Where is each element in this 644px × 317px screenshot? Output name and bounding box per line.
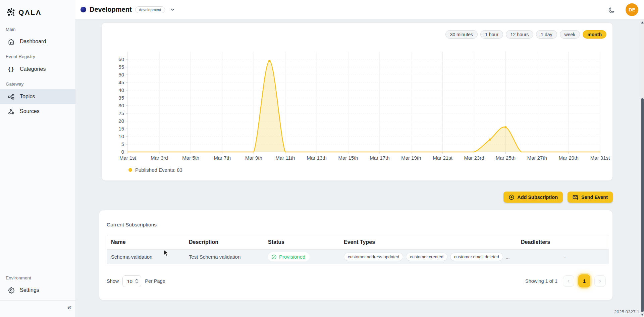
svg-text:Mar 11th: Mar 11th [275,155,295,161]
send-event-button[interactable]: Send Event [568,192,613,203]
knot-icon [8,108,14,115]
sidebar-item-categories[interactable]: { } Categories [0,62,75,76]
sidebar-item-settings[interactable]: Settings [0,283,75,298]
svg-text:0: 0 [121,149,124,155]
subscriptions-title: Current Subscriptions [107,222,157,228]
cell-name: Schema-validation [107,250,185,264]
svg-text:10: 10 [118,134,124,139]
column-header-event-types[interactable]: Event Types [340,235,521,250]
top-header: Development development DE [75,0,644,19]
svg-text:20: 20 [118,118,124,124]
pagination-next-button[interactable]: › [594,275,606,287]
chevron-down-icon[interactable] [170,7,175,12]
envelope-send-icon [573,194,579,200]
tree-structure-icon [8,93,14,100]
environment-title: Development [90,6,132,13]
table-row[interactable]: Schema-validation Test Schema validation… [107,250,609,264]
pagination-prev-button[interactable]: ‹ [563,275,574,287]
per-page-label: Per Page [145,278,165,284]
environment-switcher[interactable]: Development development [80,0,175,19]
sidebar-section-environment: Environment [6,275,31,280]
svg-text:Mar 1st: Mar 1st [119,155,137,161]
scrollbar-thumb[interactable] [641,98,644,312]
app-version: 2025.0327.1 [614,309,639,314]
per-page-control: Show 10 Per Page [107,275,165,287]
add-subscription-label: Add Subscription [517,195,558,200]
check-circle-icon [271,254,277,260]
cell-description: Test Schema validation [185,250,264,264]
svg-text:60: 60 [118,56,124,62]
chart-legend[interactable]: Published Events: 83 [128,167,182,173]
time-range-month[interactable]: month [583,30,606,39]
main-content: 30 minutes 1 hour 12 hours 1 day week mo… [75,19,640,317]
column-header-name[interactable]: Name [107,235,185,250]
published-events-chart[interactable]: Mar 1stMar 3rdMar 5thMar 7thMar 9thMar 1… [102,23,613,181]
scrollbar-up-arrow-icon[interactable] [641,21,644,23]
svg-text:Mar 7th: Mar 7th [214,155,231,161]
braces-icon: { } [8,66,14,72]
qala-logo-icon [6,7,16,17]
svg-text:55: 55 [118,64,124,70]
svg-text:35: 35 [118,95,124,101]
svg-text:Mar 9th: Mar 9th [245,155,262,161]
user-avatar[interactable]: DE [626,3,638,16]
time-range-30-minutes[interactable]: 30 minutes [445,30,478,39]
svg-text:5: 5 [121,141,124,147]
stepper-arrows-icon[interactable] [135,279,138,283]
time-range-1-day[interactable]: 1 day [536,30,557,39]
event-type-chip[interactable]: customer.email.deleted [450,253,503,261]
add-subscription-button[interactable]: Add Subscription [503,192,563,203]
qala-logo[interactable]: QΛLΛ [6,7,42,17]
sidebar-item-label: Dashboard [20,39,46,45]
sidebar-section-main: Main [6,27,15,32]
column-header-description[interactable]: Description [185,235,264,250]
svg-text:Mar 31st: Mar 31st [590,155,610,161]
event-type-chip[interactable]: customer.address.updated [344,253,403,261]
svg-text:15: 15 [118,126,124,131]
time-range-week[interactable]: week [560,30,580,39]
time-range-group: 30 minutes 1 hour 12 hours 1 day week mo… [445,30,606,39]
sidebar-item-dashboard[interactable]: Dashboard [0,34,75,49]
svg-text:Mar 5th: Mar 5th [182,155,199,161]
svg-text:Mar 3rd: Mar 3rd [151,155,168,161]
cell-event-types: customer.address.updated customer.create… [340,250,521,264]
sidebar-collapse-button[interactable]: « [67,303,71,312]
sidebar-item-label: Topics [20,94,35,100]
svg-text:Mar 13th: Mar 13th [307,155,327,161]
svg-text:Mar 23rd: Mar 23rd [464,155,484,161]
sidebar-border [75,19,76,317]
table-header-row: Name Description Status Event Types Dead… [107,235,609,250]
time-range-12-hours[interactable]: 12 hours [506,30,533,39]
svg-text:25: 25 [118,110,124,116]
sidebar-item-label: Categories [20,66,46,72]
published-events-card: 30 minutes 1 hour 12 hours 1 day week mo… [101,22,613,181]
sidebar-item-sources[interactable]: Sources [0,104,75,119]
sidebar-section-gateway: Gateway [6,82,23,87]
sidebar-item-topics[interactable]: Topics [0,89,75,104]
sidebar-section-event-registry: Event Registry [6,54,35,59]
column-header-status[interactable]: Status [264,235,340,250]
svg-text:Mar 15th: Mar 15th [338,155,358,161]
svg-text:Mar 27th: Mar 27th [527,155,547,161]
svg-text:30: 30 [118,103,124,108]
sidebar: QΛLΛ Main Dashboard Event Registry { } C… [0,0,75,317]
app-root: QΛLΛ Main Dashboard Event Registry { } C… [0,0,644,317]
pagination-summary: Showing 1 of 1 [525,278,557,284]
subscriptions-table: Name Description Status Event Types Dead… [107,235,609,264]
current-subscriptions-card: Current Subscriptions Name Description S… [99,210,613,300]
scrollbar-down-arrow-icon[interactable] [641,314,644,316]
svg-text:Mar 21st: Mar 21st [433,155,452,161]
time-range-1-hour[interactable]: 1 hour [480,30,503,39]
pagination-page-1-button[interactable]: 1 [578,274,590,287]
scrollbar[interactable] [640,19,644,317]
per-page-stepper[interactable]: 10 [122,275,141,287]
gear-icon [8,287,14,294]
event-types-ellipsis: ... [506,254,510,260]
dark-mode-moon-icon[interactable] [608,7,615,14]
send-event-label: Send Event [581,195,608,200]
pagination: Showing 1 of 1 ‹ 1 › [525,274,606,287]
column-header-deadletters[interactable]: Deadletters [521,235,609,250]
circle-plus-icon [508,194,515,200]
event-type-chip[interactable]: customer.created [406,253,447,261]
environment-dot-icon [80,7,86,12]
